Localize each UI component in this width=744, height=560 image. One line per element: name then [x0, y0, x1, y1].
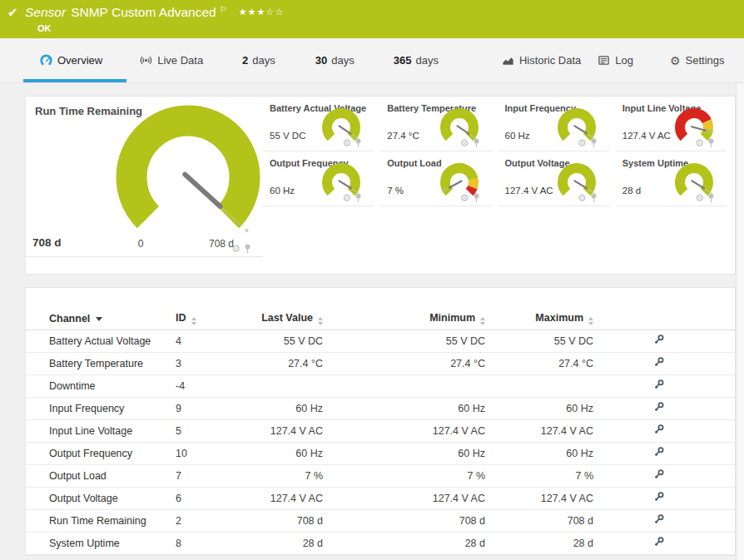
channel-gauge-output-frequency[interactable]: Output Frequency 60 Hz ⚙	[263, 151, 374, 206]
pin-icon[interactable]	[473, 193, 480, 203]
channel-gauge-input-line-voltage[interactable]: Input Line Voltage 127.4 V AC ⚙	[616, 97, 727, 151]
cell-id: 9	[176, 397, 226, 419]
tab-365-days[interactable]: 365days	[394, 54, 439, 67]
tab-overview[interactable]: Overview	[40, 54, 102, 67]
gauge-icon	[40, 54, 52, 67]
cell-channel[interactable]: Input Line Voltage	[26, 419, 176, 442]
cell-channel[interactable]: Battery Temperature	[26, 352, 176, 374]
gauge-tools: ⚙	[578, 193, 598, 203]
pin-icon[interactable]	[473, 138, 480, 148]
gear-icon[interactable]: ⚙	[695, 193, 704, 203]
gear-icon[interactable]: ⚙	[460, 193, 469, 203]
tab-30-days[interactable]: 30days	[315, 54, 355, 67]
column-header-channel[interactable]: Channel	[26, 308, 176, 330]
cell-channel[interactable]: Output Voltage	[26, 487, 176, 509]
cell-last-value: 708 d	[226, 509, 330, 532]
cell-channel[interactable]: Output Frequency	[26, 442, 176, 464]
gear-icon[interactable]: ⚙	[578, 138, 587, 148]
channel-settings-wrench-icon[interactable]	[653, 468, 665, 480]
channel-settings-wrench-icon[interactable]	[653, 513, 665, 525]
channel-row[interactable]: Downtime-4	[26, 374, 735, 397]
channel-gauge-output-load[interactable]: Output Load 7 % ⚙	[380, 151, 491, 206]
cell-minimum: 28 d	[330, 532, 492, 554]
pin-icon[interactable]	[355, 193, 362, 203]
gear-icon[interactable]: ⚙	[342, 138, 351, 148]
column-header-id[interactable]: ID	[176, 308, 226, 330]
gauge-tools: ⚙	[695, 193, 715, 203]
channel-row[interactable]: System Uptime828 d28 d28 d	[26, 532, 735, 554]
pin-icon[interactable]	[707, 193, 715, 203]
cell-channel[interactable]: System Uptime	[26, 532, 176, 554]
channels-table: Channel ID Last Value Minimum Maximum Ba…	[26, 308, 735, 555]
cell-actions	[600, 352, 735, 374]
cell-channel[interactable]: Battery Actual Voltage	[26, 330, 176, 352]
cell-maximum: 127.4 V AC	[492, 487, 600, 509]
cell-channel[interactable]: Run Time Remaining	[26, 509, 176, 532]
gauge-tools: ⚙	[342, 138, 362, 148]
gear-icon[interactable]: ⚙	[578, 193, 587, 203]
cell-last-value: 127.4 V AC	[226, 419, 330, 442]
gear-icon[interactable]: ⚙	[342, 193, 351, 203]
cell-maximum: 27.4 °C	[492, 352, 600, 374]
tab-historic-data[interactable]: Historic Data	[502, 54, 581, 67]
log-icon	[598, 54, 610, 67]
channel-gauge-output-voltage[interactable]: Output Voltage 127.4 V AC ⚙	[498, 151, 609, 206]
channel-gauge-system-uptime[interactable]: System Uptime 28 d ⚙	[616, 151, 727, 206]
cell-actions	[600, 509, 735, 532]
column-header-minimum[interactable]: Minimum	[330, 308, 492, 330]
gear-icon[interactable]: ⚙	[231, 244, 241, 254]
channel-settings-wrench-icon[interactable]	[653, 379, 665, 390]
gear-icon[interactable]: ⚙	[460, 138, 469, 148]
priority-stars[interactable]: ★★★☆☆	[239, 7, 284, 17]
channel-settings-wrench-icon[interactable]	[653, 536, 665, 548]
status-ok-check-icon: ✔	[7, 5, 18, 20]
channel-gauge-battery-actual-voltage[interactable]: Battery Actual Voltage 55 V DC ⚙	[263, 97, 374, 151]
channel-settings-wrench-icon[interactable]	[653, 401, 665, 413]
channel-row[interactable]: Battery Actual Voltage455 V DC55 V DC55 …	[26, 330, 735, 352]
cell-id: 7	[176, 464, 226, 487]
pin-icon[interactable]	[355, 138, 362, 148]
cell-channel[interactable]: Input Frequency	[26, 397, 176, 419]
tab-log[interactable]: Log	[598, 54, 633, 67]
flag-icon[interactable]: ⚐	[220, 5, 227, 14]
pin-icon[interactable]	[590, 138, 598, 148]
cell-channel[interactable]: Downtime	[26, 374, 176, 397]
cell-id: 10	[176, 442, 226, 464]
prtg-sensor-page: ✔ SensorSNMP Custom Advanced⚐★★★☆☆ OK Ov…	[0, 0, 744, 560]
channel-settings-wrench-icon[interactable]	[653, 356, 665, 368]
gauges-panel: Run Time Remaining × 0 708 d 708 d ⚙ Bat…	[25, 96, 736, 275]
gauge-value: 55 V DC	[270, 131, 305, 141]
gauge-tools: ⚙	[695, 138, 715, 148]
tab-settings[interactable]: ⚙Settings	[670, 54, 725, 67]
tab-live-data[interactable]: Live Data	[140, 54, 203, 67]
cell-actions	[600, 419, 735, 442]
cell-actions	[600, 532, 735, 554]
channel-gauge-input-frequency[interactable]: Input Frequency 60 Hz ⚙	[498, 97, 609, 151]
channel-row[interactable]: Run Time Remaining2708 d708 d708 d	[26, 509, 735, 532]
object-kind-label: Sensor	[25, 5, 66, 19]
channel-gauge-battery-temperature[interactable]: Battery Temperature 27.4 °C ⚙	[380, 97, 491, 151]
channel-row[interactable]: Output Frequency1060 Hz60 Hz60 Hz	[26, 442, 735, 464]
cell-minimum: 60 Hz	[330, 397, 492, 419]
channel-settings-wrench-icon[interactable]	[653, 334, 665, 345]
channel-gauge-run-time-remaining[interactable]: Run Time Remaining × 0 708 d 708 d ⚙	[26, 97, 263, 257]
channel-row[interactable]: Battery Temperature327.4 °C27.4 °C27.4 °…	[26, 352, 735, 374]
sort-toggle-icon	[480, 317, 485, 325]
pin-icon[interactable]	[707, 138, 715, 148]
pin-icon[interactable]	[244, 244, 251, 254]
pin-icon[interactable]	[590, 193, 598, 203]
channel-settings-wrench-icon[interactable]	[653, 446, 665, 458]
sort-desc-icon	[96, 317, 102, 321]
gear-icon[interactable]: ⚙	[695, 138, 704, 148]
tab-2-days[interactable]: 2days	[242, 54, 275, 67]
channel-row[interactable]: Input Frequency960 Hz60 Hz60 Hz	[26, 397, 735, 419]
column-header-maximum[interactable]: Maximum	[492, 308, 600, 330]
channel-settings-wrench-icon[interactable]	[653, 424, 665, 435]
channel-row[interactable]: Output Voltage6127.4 V AC127.4 V AC127.4…	[26, 487, 735, 509]
column-header-last-value[interactable]: Last Value	[226, 308, 330, 330]
channel-row[interactable]: Output Load77 %7 %7 %	[26, 464, 735, 487]
channel-settings-wrench-icon[interactable]	[653, 491, 665, 503]
channel-row[interactable]: Input Line Voltage5127.4 V AC127.4 V AC1…	[26, 419, 735, 442]
cell-minimum: 55 V DC	[330, 330, 492, 352]
cell-channel[interactable]: Output Load	[26, 464, 176, 487]
